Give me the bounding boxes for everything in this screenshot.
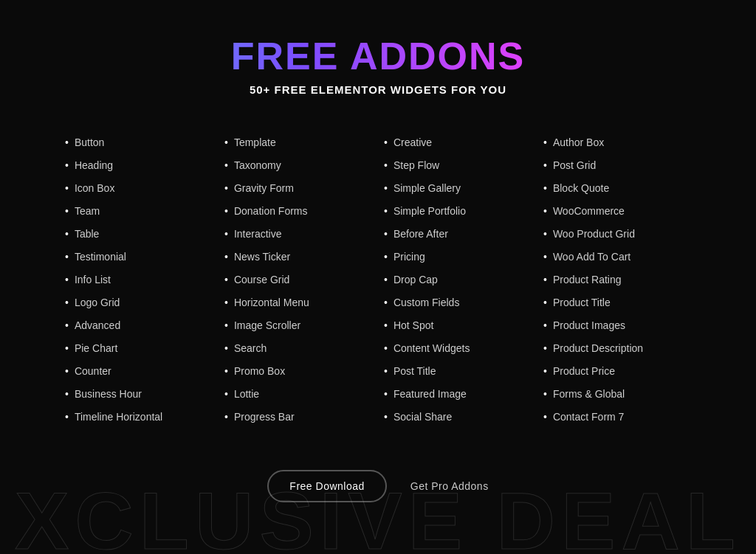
widget-item: Product Description [543, 337, 691, 360]
widget-item: Logo Grid [65, 291, 213, 314]
widget-item: Step Flow [384, 154, 532, 177]
widget-item: Contact Form 7 [543, 406, 691, 429]
subtitle-end: Widgets for you [387, 83, 506, 96]
widget-item: Product Title [543, 291, 691, 314]
widget-column-1: ButtonHeadingIcon BoxTeamTableTestimonia… [59, 131, 219, 429]
widget-column-3: CreativeStep FlowSimple GallerySimple Po… [378, 131, 537, 429]
widget-item: Info List [65, 269, 213, 291]
page-wrapper: FREE ADDONS 50+ FREE ELEMENTOR Widgets f… [0, 0, 756, 554]
widget-item: Author Box [543, 131, 691, 154]
widget-item: Table [65, 223, 213, 246]
widget-item: Search [224, 337, 372, 360]
widget-item: Image Scroller [224, 314, 372, 337]
widget-item: Social Share [384, 406, 532, 429]
widget-item: Block Quote [543, 177, 691, 200]
widget-item: Icon Box [65, 177, 213, 200]
widget-item: Promo Box [224, 360, 372, 383]
widget-item: Post Grid [543, 154, 691, 177]
widget-item: Drop Cap [384, 269, 532, 291]
main-title: FREE ADDONS [0, 35, 756, 77]
widget-item: Product Images [543, 314, 691, 337]
widget-item: Creative [384, 131, 532, 154]
widget-item: Pie Chart [65, 337, 213, 360]
widget-item: Lottie [224, 383, 372, 406]
header-section: FREE ADDONS 50+ FREE ELEMENTOR Widgets f… [0, 0, 756, 120]
widget-item: Donation Forms [224, 200, 372, 223]
widget-item: Advanced [65, 314, 213, 337]
widget-item: Pricing [384, 246, 532, 269]
widget-item: Simple Portfolio [384, 200, 532, 223]
widget-item: Forms & Global [543, 383, 691, 406]
widget-item: Interactive [224, 223, 372, 246]
widget-item: News Ticker [224, 246, 372, 269]
widget-item: Timeline Horizontal [65, 406, 213, 429]
exclusive-deal-banner: XCLUSIVE DEAL [0, 480, 756, 554]
widget-item: Progress Bar [224, 406, 372, 429]
widget-item: Simple Gallery [384, 177, 532, 200]
widget-column-2: TemplateTaxonomyGravity FormDonation For… [219, 131, 378, 429]
widget-item: Hot Spot [384, 314, 532, 337]
widget-item: Heading [65, 154, 213, 177]
widget-item: Featured Image [384, 383, 532, 406]
widget-item: WooCommerce [543, 200, 691, 223]
widget-item: Content Widgets [384, 337, 532, 360]
widget-item: Testimonial [65, 246, 213, 269]
widget-item: Post Title [384, 360, 532, 383]
subtitle-bold: ELEMENTOR [311, 83, 387, 96]
widget-item: Product Price [543, 360, 691, 383]
widgets-grid: ButtonHeadingIcon BoxTeamTableTestimonia… [0, 131, 756, 429]
widget-item: Before After [384, 223, 532, 246]
widget-item: Horizontal Menu [224, 291, 372, 314]
subtitle-normal: 50+ FREE [250, 83, 311, 96]
widget-column-4: Author BoxPost GridBlock QuoteWooCommerc… [537, 131, 697, 429]
widget-item: Team [65, 200, 213, 223]
widget-item: Button [65, 131, 213, 154]
widget-item: Gravity Form [224, 177, 372, 200]
widget-item: Woo Add To Cart [543, 246, 691, 269]
widget-item: Taxonomy [224, 154, 372, 177]
widget-item: Business Hour [65, 383, 213, 406]
widget-item: Counter [65, 360, 213, 383]
subtitle: 50+ FREE ELEMENTOR Widgets for you [0, 83, 756, 96]
widget-item: Course Grid [224, 269, 372, 291]
widget-item: Custom Fields [384, 291, 532, 314]
widget-item: Product Rating [543, 269, 691, 291]
widget-item: Template [224, 131, 372, 154]
widget-item: Woo Product Grid [543, 223, 691, 246]
